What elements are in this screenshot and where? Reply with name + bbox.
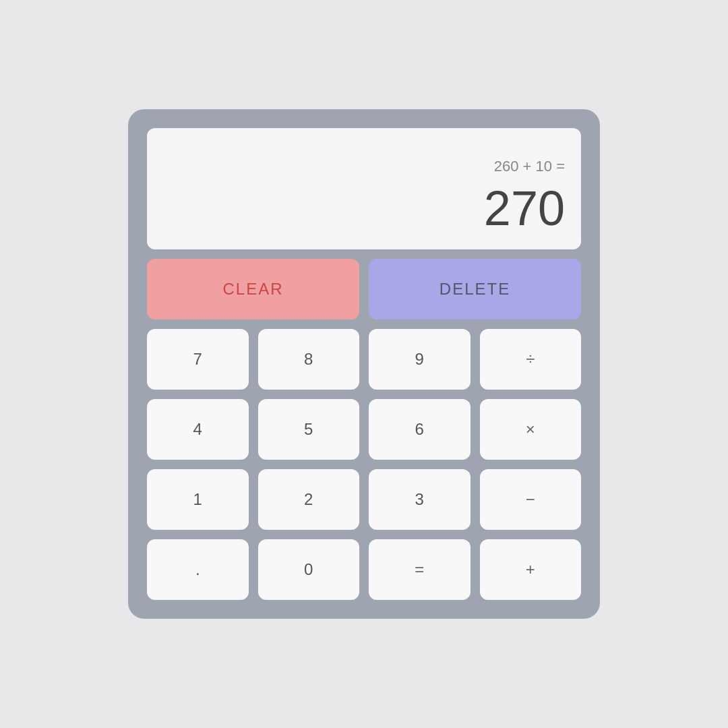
button-7[interactable]: 7 [147,329,249,390]
clear-button[interactable]: CLEAR [147,259,359,320]
button-4[interactable]: 4 [147,399,249,460]
button-5[interactable]: 5 [258,399,360,460]
button-subtract[interactable]: − [480,469,582,530]
row-clear-delete: CLEAR DELETE [147,259,581,320]
display-panel: 260 + 10 = 270 [147,128,581,249]
button-dot[interactable]: . [147,539,249,600]
button-divide[interactable]: ÷ [480,329,582,390]
button-3[interactable]: 3 [369,469,471,530]
display-expression: 260 + 10 = [494,158,565,175]
button-multiply[interactable]: × [480,399,582,460]
button-equals[interactable]: = [369,539,471,600]
button-8[interactable]: 8 [258,329,360,390]
button-9[interactable]: 9 [369,329,471,390]
row-456-mul: 4 5 6 × [147,399,581,460]
row-dot-0-eq-add: . 0 = + [147,539,581,600]
button-0[interactable]: 0 [258,539,360,600]
display-result: 270 [484,181,565,236]
button-1[interactable]: 1 [147,469,249,530]
button-2[interactable]: 2 [258,469,360,530]
row-123-sub: 1 2 3 − [147,469,581,530]
calculator: 260 + 10 = 270 CLEAR DELETE 7 8 9 ÷ 4 5 … [128,109,600,619]
row-789-div: 7 8 9 ÷ [147,329,581,390]
button-add[interactable]: + [480,539,582,600]
button-grid: CLEAR DELETE 7 8 9 ÷ 4 5 6 × 1 2 3 − . 0 [147,259,581,600]
button-6[interactable]: 6 [369,399,471,460]
delete-button[interactable]: DELETE [369,259,581,320]
